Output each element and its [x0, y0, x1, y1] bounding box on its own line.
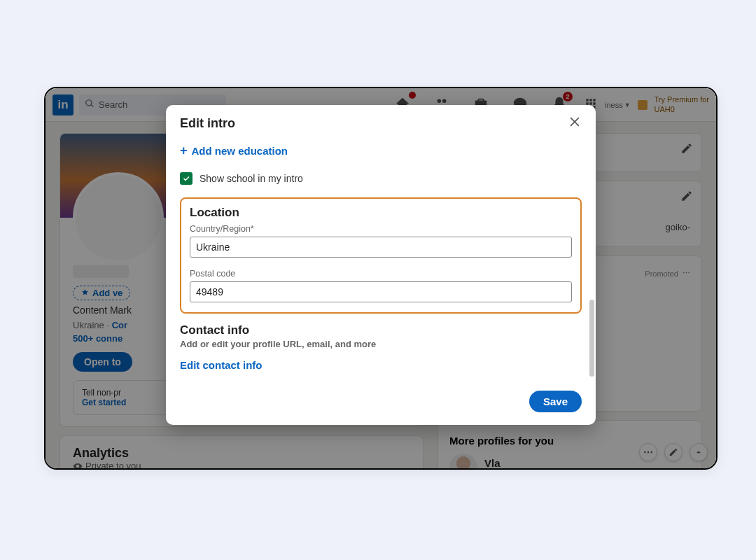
modal-body: + Add new education Show school in my in… — [166, 139, 596, 384]
postal-code-input[interactable] — [190, 281, 572, 302]
modal-footer: Save — [166, 384, 596, 425]
close-icon[interactable] — [568, 115, 582, 132]
country-region-input[interactable] — [190, 237, 572, 258]
contact-subtext: Add or edit your profile URL, email, and… — [180, 339, 582, 349]
location-heading: Location — [190, 206, 572, 220]
device-frame: in Search — [44, 87, 718, 470]
show-school-checkbox-row[interactable]: Show school in my intro — [180, 168, 582, 197]
add-education-button[interactable]: + Add new education — [180, 141, 288, 168]
modal-title: Edit intro — [180, 116, 235, 131]
postal-label: Postal code — [190, 269, 572, 279]
show-school-label: Show school in my intro — [200, 173, 303, 184]
edit-contact-info-link[interactable]: Edit contact info — [180, 349, 262, 375]
location-section-highlight: Location Country/Region* Postal code — [180, 197, 582, 314]
modal-overlay[interactable]: Edit intro + Add new education Show s — [46, 88, 716, 468]
modal-header: Edit intro — [166, 105, 596, 139]
scrollbar-thumb[interactable] — [589, 300, 594, 377]
edit-intro-modal: Edit intro + Add new education Show s — [166, 105, 596, 425]
plus-icon: + — [180, 144, 188, 157]
checkbox-checked-icon[interactable] — [180, 172, 192, 185]
save-button[interactable]: Save — [529, 391, 582, 412]
contact-heading: Contact info — [180, 323, 582, 337]
linkedin-app: in Search — [46, 88, 716, 468]
country-label: Country/Region* — [190, 224, 572, 234]
contact-info-section: Contact info Add or edit your profile UR… — [180, 314, 582, 378]
